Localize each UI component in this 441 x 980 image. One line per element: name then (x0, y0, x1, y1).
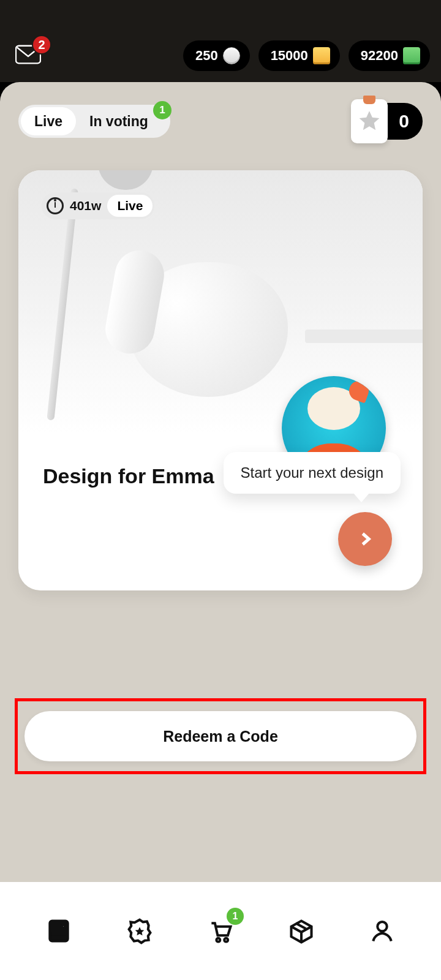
tab-in-voting[interactable]: In voting 1 (76, 107, 168, 135)
mail-button[interactable]: 2 (13, 41, 43, 70)
svg-rect-4 (53, 937, 64, 938)
voting-badge: 1 (153, 101, 172, 119)
profile-icon (369, 918, 396, 944)
mail-badge: 2 (32, 35, 51, 55)
star-icon-box (351, 99, 388, 143)
coins-value: 250 (195, 48, 218, 64)
tabs-row: Live In voting 1 0 (18, 103, 423, 140)
star-count: 0 (399, 111, 409, 132)
nav-profile[interactable] (364, 913, 401, 949)
coin-icon (223, 47, 240, 64)
next-design-button[interactable] (338, 512, 392, 566)
card-time: 401w (70, 198, 101, 213)
redeem-highlight: Redeem a Code (15, 698, 426, 774)
tab-voting-label: In voting (89, 113, 148, 130)
top-bar: 2 250 15000 92200 (0, 0, 441, 82)
clock-icon (47, 197, 64, 214)
svg-point-7 (377, 922, 386, 931)
nav-favorites[interactable] (121, 913, 158, 949)
currency-gold[interactable]: 15000 (258, 40, 340, 71)
card-status-pill: 401w Live (42, 192, 154, 219)
tab-group: Live In voting 1 (18, 105, 170, 138)
tab-live[interactable]: Live (21, 107, 76, 135)
currency-bar: 250 15000 92200 (183, 40, 430, 71)
gold-icon (313, 47, 330, 64)
svg-point-5 (216, 938, 220, 942)
chevron-right-icon (356, 530, 374, 548)
gold-value: 15000 (271, 48, 308, 64)
design-card[interactable]: 401w Live Design for Emma Start your nex… (18, 170, 423, 590)
svg-point-6 (224, 938, 228, 942)
bottom-nav: 1 (0, 882, 441, 980)
cash-icon (403, 47, 420, 64)
star-icon (357, 109, 382, 134)
redeem-code-button[interactable]: Redeem a Code (24, 711, 417, 761)
card-title: Design for Emma (43, 464, 214, 488)
cart-badge: 1 (227, 908, 244, 925)
nav-home[interactable] (40, 913, 77, 949)
nav-inventory[interactable] (283, 913, 320, 949)
star-counter[interactable]: 0 (351, 103, 423, 140)
receipt-icon (45, 918, 72, 944)
nav-cart[interactable]: 1 (202, 913, 239, 949)
main-panel: Live In voting 1 0 401w Live (0, 82, 441, 882)
star-badge-icon (126, 918, 153, 944)
next-design-tooltip: Start your next design (224, 452, 401, 494)
currency-cash[interactable]: 92200 (349, 40, 430, 71)
currency-coins[interactable]: 250 (183, 40, 250, 71)
svg-point-2 (62, 925, 65, 928)
cash-value: 92200 (361, 48, 398, 64)
card-status: Live (107, 195, 153, 217)
box-icon (288, 918, 315, 944)
svg-rect-3 (53, 933, 64, 935)
